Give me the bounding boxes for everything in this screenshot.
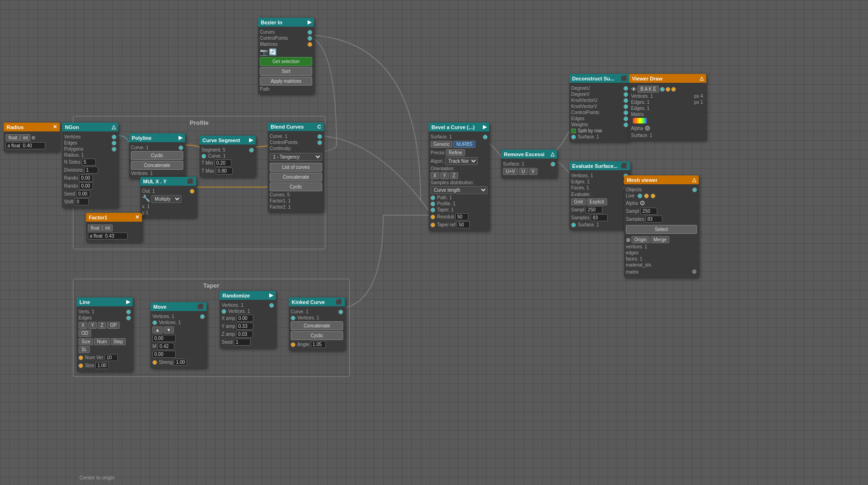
kc-concat-btn[interactable]: Concatenate	[291, 321, 343, 330]
radius-header[interactable]: Radius ✕	[4, 123, 60, 131]
bevel-samples-select[interactable]: Curve length	[430, 186, 488, 194]
bevel-resoluti-input[interactable]	[455, 213, 468, 220]
rand-yamp-input[interactable]	[237, 323, 253, 330]
rand-xamp-input[interactable]	[237, 315, 253, 322]
line-num-btn[interactable]: Num	[94, 338, 109, 345]
bc-continuity-select[interactable]: 1 - Tangency	[270, 153, 322, 161]
bc-curve-out-socket	[317, 134, 322, 139]
ngon-rando1-input[interactable]	[79, 174, 93, 181]
factor1-close-icon[interactable]: ✕	[135, 214, 139, 220]
vd-bake-btn[interactable]: B A K E	[638, 86, 659, 93]
es-samples-input[interactable]	[591, 214, 608, 221]
factor1-header[interactable]: Factor1 ✕	[86, 213, 142, 222]
line-od-btn[interactable]: OD	[79, 330, 91, 337]
bevel-curve-header[interactable]: Bevel a Curve (...) ▶	[429, 123, 489, 131]
mv-merge-btn[interactable]: Merge	[651, 236, 669, 243]
line-header[interactable]: Line ▶	[77, 297, 133, 306]
ngon-shift-input[interactable]	[75, 198, 89, 205]
deconstruct-surface-header[interactable]: Deconstruct Su... ⬛	[569, 74, 630, 83]
line-z-btn[interactable]: Z	[98, 322, 106, 329]
radius-int-btn[interactable]: int	[20, 134, 31, 141]
mv-sampl-input[interactable]	[640, 208, 657, 215]
bevel-taperref-input[interactable]	[457, 221, 470, 228]
bevel-nurbs-btn[interactable]: NURBS	[453, 141, 475, 148]
kinked-curve-header[interactable]: Kinked Curve ⬛	[289, 297, 345, 306]
bc-concatenate-btn[interactable]: Concatenate	[270, 173, 322, 181]
move-m-input[interactable]	[158, 343, 174, 350]
ds-splitbyrow-checkbox[interactable]	[571, 129, 576, 133]
move-val2-input[interactable]	[152, 351, 176, 358]
move-down-btn[interactable]: ▼	[164, 326, 174, 333]
kc-cyclic-btn[interactable]: Cyclic	[291, 331, 343, 340]
radius-close-icon[interactable]: ✕	[53, 124, 57, 130]
re-u-btn[interactable]: U	[519, 168, 528, 175]
get-selection-button[interactable]: Get selection	[260, 57, 312, 66]
move-streng-input[interactable]	[174, 359, 187, 366]
es-grid-btn[interactable]: Grid	[571, 198, 586, 205]
kc-angle-input[interactable]	[311, 341, 326, 348]
mv-origin-btn[interactable]: Origin	[631, 236, 650, 243]
factor1-value-input[interactable]	[88, 232, 128, 239]
rand-seed-input[interactable]	[234, 339, 251, 346]
bevel-z-btn[interactable]: Z	[450, 172, 458, 179]
bc-list-curves-btn[interactable]: List of curves	[270, 163, 322, 172]
polyline-header[interactable]: Polyline ▶	[129, 133, 185, 142]
es-faces-row: Faces. 1	[571, 185, 628, 190]
bezier-in-header[interactable]: Bezier In ▶	[258, 18, 314, 27]
line-size-input[interactable]	[95, 362, 108, 369]
mul-xy-header[interactable]: MUL X . Y ⬛	[140, 177, 196, 186]
line-st-btn[interactable]: St.	[79, 346, 90, 353]
curve-segment-header[interactable]: Curve Segment ▶	[200, 136, 256, 145]
sort-button[interactable]: Sort	[260, 67, 312, 76]
ds-splitbyrow-label: Split by row	[578, 128, 602, 133]
rand-zamp-input[interactable]	[236, 331, 253, 338]
bevel-generic-btn[interactable]: Generic	[430, 141, 452, 148]
randomize-header[interactable]: Randomize ▶	[220, 291, 276, 300]
ngon-divisions-input[interactable]	[84, 166, 98, 174]
line-y-btn[interactable]: Y	[88, 322, 97, 329]
radius-float-btn[interactable]: float	[6, 134, 20, 141]
viewer-draw-header[interactable]: Viewer Draw △	[629, 74, 706, 83]
es-sampl-input[interactable]	[586, 206, 603, 213]
ngon-edges-socket	[112, 141, 116, 145]
evaluate-surface-header[interactable]: Evaluate Surface... ⬛	[569, 161, 630, 170]
factor1-int-btn[interactable]: int	[102, 224, 113, 232]
cs-tmax-input[interactable]	[216, 167, 233, 174]
es-explicit-btn[interactable]: Explicit	[587, 198, 607, 205]
polyline-concatenate-btn[interactable]: Concatenate	[131, 161, 183, 170]
ngon-nsides-input[interactable]	[82, 159, 96, 166]
icon-photo[interactable]: 📷	[260, 48, 268, 56]
mul-operation-select[interactable]: Multiply Add Subtract	[151, 195, 181, 203]
move-up-btn[interactable]: ▲	[152, 326, 163, 333]
mesh-viewer-header[interactable]: Mesh viewer △	[624, 175, 699, 184]
line-numver-input[interactable]	[105, 354, 118, 361]
bevel-algorithm-select[interactable]: Track Nor	[445, 157, 478, 165]
line-x-btn[interactable]: X	[79, 322, 87, 329]
vd-eye-icon[interactable]: 👁	[631, 86, 637, 93]
ngon-rando2-input[interactable]	[79, 182, 93, 189]
line-op-btn[interactable]: OP	[107, 322, 119, 329]
move-header[interactable]: Move ⬛	[151, 302, 207, 311]
line-size-btn[interactable]: Size	[79, 338, 93, 345]
bc-cyclic-btn[interactable]: Cyclic	[270, 182, 322, 191]
bevel-y-btn[interactable]: Y	[440, 172, 449, 179]
bevel-x-btn[interactable]: X	[430, 172, 439, 179]
radius-value-input[interactable]	[6, 142, 45, 149]
cs-tmin-input[interactable]	[215, 159, 231, 166]
polyline-icon: ▶	[179, 135, 182, 141]
mv-samples-input[interactable]	[646, 216, 662, 223]
polyline-cyclic-btn[interactable]: Cyclic	[131, 151, 183, 160]
line-step-btn[interactable]: Step	[111, 338, 126, 345]
move-val1-input[interactable]	[152, 335, 176, 342]
re-uv-btn[interactable]: U+V	[503, 168, 518, 175]
mv-select-btn[interactable]: Select	[626, 225, 697, 234]
factor1-float-btn[interactable]: float	[88, 224, 102, 232]
ngon-seed-input[interactable]	[76, 190, 90, 197]
ngon-header[interactable]: NGon △	[62, 123, 118, 131]
re-v-btn[interactable]: V	[529, 168, 538, 175]
remove-excess-header[interactable]: Remove Excessi △	[501, 150, 557, 159]
blend-curves-header[interactable]: Blend Curves C	[268, 123, 324, 131]
apply-matrices-button[interactable]: Apply matrices	[260, 77, 312, 86]
icon-refresh[interactable]: 🔄	[269, 48, 277, 56]
bevel-refine-btn[interactable]: Refine	[446, 149, 465, 156]
